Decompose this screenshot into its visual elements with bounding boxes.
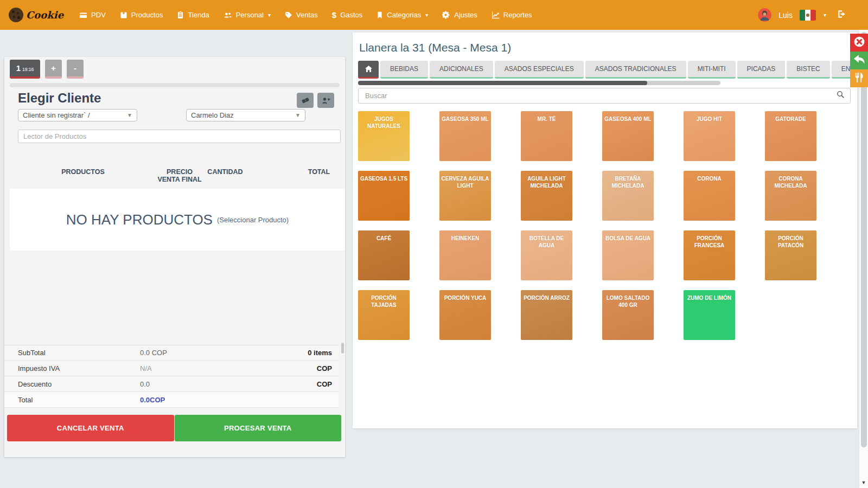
process-sale-button[interactable]: PROCESAR VENTA	[175, 415, 342, 441]
product-card-heineken[interactable]: HEINEKEN	[439, 230, 491, 280]
mexico-flag-icon[interactable]	[800, 10, 816, 21]
product-card-corona[interactable]: CORONA	[684, 171, 735, 221]
category-tab-home[interactable]	[358, 61, 379, 79]
nav-item-label: Gastos	[340, 11, 362, 19]
sale-panel-scrollbar-thumb[interactable]	[341, 343, 344, 354]
category-tab-asados-tradicionales[interactable]: ASADOS TRADICIONALES	[585, 61, 686, 79]
page-scrollbar[interactable]: ▼	[859, 30, 868, 488]
product-name: HEINEKEN	[450, 235, 481, 280]
product-card-jugo-hit[interactable]: JUGO HIT	[684, 111, 735, 161]
language-caret-icon[interactable]: ▾	[824, 12, 826, 18]
nav-item-productos[interactable]: Productos	[113, 0, 170, 30]
back-button[interactable]	[850, 52, 868, 69]
product-card-porción-patacón[interactable]: PORCIÓN PATACÓN	[765, 230, 816, 280]
category-tab-adicionales[interactable]: ADICIONALES	[430, 61, 493, 79]
nav-item-label: Tienda	[188, 11, 209, 19]
nav-item-gastos[interactable]: $Gastos	[325, 0, 370, 30]
product-card-corona-michelada[interactable]: CORONA MICHELADA	[765, 171, 816, 221]
product-card-bretaña-michelada[interactable]: BRETAÑA MICHELADA	[602, 171, 654, 221]
product-card-zumo-de-limón[interactable]: ZUMO DE LIMÓN	[684, 290, 735, 340]
nav-item-label: Categorias	[387, 11, 421, 19]
product-card-lomo-saltado-400-gr[interactable]: LOMO SALTADO 400 GR	[602, 290, 654, 340]
product-name: PORCIÓN YUCA	[443, 295, 488, 340]
product-card-jugos-naturales[interactable]: JUGOS NATURALES	[358, 111, 410, 161]
product-card-porción-arroz[interactable]: PORCIÓN ARROZ	[521, 290, 572, 340]
utensils-icon	[854, 72, 865, 85]
logout-icon[interactable]	[837, 10, 846, 21]
product-card-gatorade[interactable]: GATORADE	[765, 111, 816, 161]
seller-select[interactable]: Carmelo Diaz ▼	[186, 109, 305, 121]
client-select[interactable]: Cliente sin registrar` / ▼	[18, 109, 137, 121]
add-client-button[interactable]	[317, 93, 334, 108]
category-tab-bebidas[interactable]: BEBIDAS	[380, 61, 428, 79]
cookie-icon	[9, 8, 23, 22]
nav-item-tienda[interactable]: Tienda	[170, 0, 216, 30]
product-card-aguila-light-michelada[interactable]: AGUILA LIGHT MICHELADA	[521, 171, 572, 221]
search-input[interactable]	[364, 91, 837, 100]
nav-item-pdv[interactable]: PDV	[72, 0, 113, 30]
cancel-sale-button[interactable]: CANCELAR VENTA	[7, 415, 174, 441]
product-name: ZUMO DE LIMÓN	[686, 295, 732, 340]
nav-item-label: Productos	[131, 11, 163, 19]
category-tab-picadas[interactable]: PICADAS	[737, 61, 786, 79]
product-name: LOMO SALTADO 400 GR	[602, 295, 654, 340]
search-icon[interactable]	[837, 91, 845, 101]
select-product-hint: (Seleccionar Producto)	[217, 216, 289, 224]
category-tab-asados-especiales[interactable]: ASADOS ESPECIALES	[495, 61, 584, 79]
nav-item-personal[interactable]: Personal▾	[216, 0, 278, 30]
nav-item-reportes[interactable]: Reportes	[484, 0, 539, 30]
user-avatar[interactable]	[758, 8, 771, 22]
chevron-down-icon: ▾	[268, 12, 271, 18]
category-tab-bistec[interactable]: BISTEC	[787, 61, 829, 79]
product-card-bolsa-de-agua[interactable]: BOLSA DE AGUA	[602, 230, 654, 280]
client-select-value: Cliente sin registrar` /	[23, 111, 90, 119]
brand-name: Cookie	[26, 9, 63, 21]
page-scrollbar-thumb[interactable]	[861, 32, 867, 447]
product-name: CORONA	[696, 176, 722, 221]
nav-item-ventas[interactable]: Ventas	[278, 0, 325, 30]
product-name: AGUILA LIGHT MICHELADA	[521, 176, 572, 221]
sale-tabs-scrollbar[interactable]	[10, 83, 340, 87]
totals-table: SubTotal0.0 COP0 itemsImpuesto IVAN/ACOP…	[4, 345, 339, 408]
product-name: MR. TÉ	[537, 116, 557, 161]
nav-item-label: Ventas	[296, 11, 318, 19]
category-tab-miti-miti[interactable]: MITI-MITI	[688, 61, 736, 79]
product-card-café[interactable]: CAFÉ	[358, 230, 410, 280]
scrollbar-down-arrow-icon[interactable]: ▼	[859, 480, 868, 485]
product-card-porción-tajadas[interactable]: PORCIÓN TAJADAS	[358, 290, 410, 340]
product-card-porción-francesa[interactable]: PORCIÓN FRANCESA	[684, 230, 735, 280]
nav-item-ajustes[interactable]: Ajustes	[435, 0, 484, 30]
sale-tab-1[interactable]: 1 19:16	[10, 60, 40, 79]
product-name: PORCIÓN ARROZ	[522, 295, 571, 340]
close-sale-button[interactable]	[850, 34, 868, 52]
product-reader-input[interactable]	[18, 130, 341, 143]
user-name[interactable]: Luis	[778, 11, 793, 20]
remove-sale-tab-button[interactable]: -	[67, 60, 84, 79]
product-card-gaseosa-400-ml[interactable]: GASEOSA 400 ML	[602, 111, 654, 161]
category-tabs-scrollbar[interactable]	[358, 81, 720, 85]
catalog-panel: Llanera la 31 (Mesa - Mesa 1) BEBIDASADI…	[353, 33, 857, 428]
brand-logo[interactable]: Cookie	[9, 8, 63, 22]
totals-row-descuento: Descuento0.0COP	[4, 376, 339, 392]
nav-item-label: PDV	[91, 11, 106, 19]
category-tabs-scrollbar-thumb[interactable]	[358, 81, 647, 85]
choose-client-heading: Elegir Cliente	[18, 91, 101, 106]
product-card-gaseosa-350-ml[interactable]: GASEOSA 350 ML	[439, 111, 491, 161]
add-sale-tab-button[interactable]: +	[45, 60, 62, 79]
column-header: CANTIDAD	[204, 169, 246, 176]
totals-value: 0.0COP	[140, 396, 332, 404]
product-card-mr-té[interactable]: MR. TÉ	[521, 111, 572, 161]
ticket-button[interactable]	[297, 93, 314, 108]
product-card-porción-yuca[interactable]: PORCIÓN YUCA	[439, 290, 491, 340]
user-plus-icon	[321, 97, 330, 105]
tables-button[interactable]	[850, 69, 868, 87]
no-products-title: NO HAY PRODUCTOS	[66, 211, 213, 228]
nav-item-categorias[interactable]: Categorias▾	[369, 0, 435, 30]
product-card-cerveza-aguila-light[interactable]: CERVEZA AGUILA LIGHT	[439, 171, 491, 221]
product-card-gaseosa-1-5-lts[interactable]: GASEOSA 1.5 LTS	[358, 171, 410, 221]
product-name: GASEOSA 1.5 LTS	[359, 176, 409, 221]
empty-products-box: NO HAY PRODUCTOS (Seleccionar Producto)	[10, 189, 345, 251]
product-name: PORCIÓN FRANCESA	[684, 235, 735, 280]
product-card-botella-de-agua[interactable]: BOTELLA DE AGUA	[521, 230, 572, 280]
totals-right-value: COP	[317, 380, 332, 388]
